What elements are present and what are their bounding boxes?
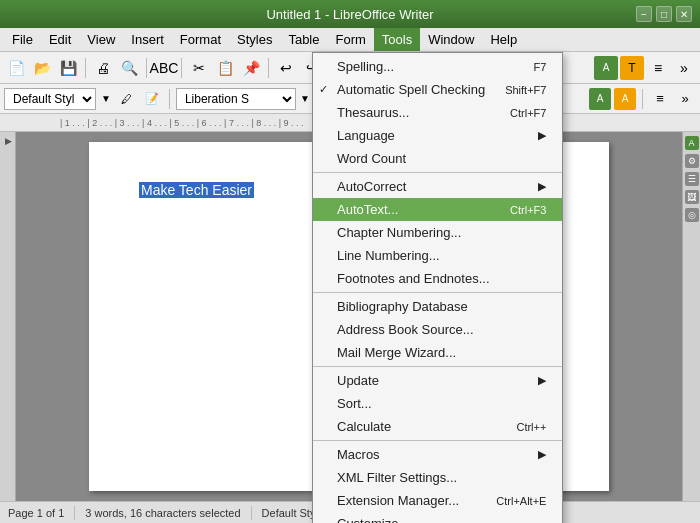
menu-styles[interactable]: Styles: [229, 28, 280, 51]
menu-label-mail-merge: Mail Merge Wizard...: [337, 345, 456, 360]
shortcut-spelling: F7: [534, 61, 547, 73]
save-button[interactable]: 💾: [56, 56, 80, 80]
shortcut-autocorrect: ▶: [538, 180, 546, 193]
open-button[interactable]: 📂: [30, 56, 54, 80]
font-color[interactable]: A: [614, 88, 636, 110]
list-style[interactable]: ≡: [649, 88, 671, 110]
menu-label-update: Update: [337, 373, 379, 388]
list-btn[interactable]: ≡: [646, 56, 670, 80]
style-arrow[interactable]: ▼: [101, 93, 111, 104]
menu-label-auto-spell: Automatic Spell Checking: [337, 82, 485, 97]
menu-item-address-book[interactable]: Address Book Source...: [313, 318, 562, 341]
sidebar-icon5[interactable]: ◎: [685, 208, 699, 222]
menu-file[interactable]: File: [4, 28, 41, 51]
sidebar-icon2[interactable]: ⚙: [685, 154, 699, 168]
more-btn[interactable]: »: [672, 56, 696, 80]
shortcut-calculate: Ctrl++: [516, 421, 546, 433]
menu-item-sort[interactable]: Sort...: [313, 392, 562, 415]
menu-item-footnotes[interactable]: Footnotes and Endnotes...: [313, 267, 562, 290]
shortcut-thesaurus: Ctrl+F7: [510, 107, 546, 119]
status-sep1: [74, 506, 75, 520]
menu-label-extension: Extension Manager...: [337, 493, 459, 508]
sep3: [181, 58, 182, 78]
menu-item-update[interactable]: Update▶: [313, 369, 562, 392]
print-button[interactable]: 🖨: [91, 56, 115, 80]
menu-item-spelling[interactable]: Spelling...F7: [313, 55, 562, 78]
menu-item-customize[interactable]: Customize...: [313, 512, 562, 523]
copy-button[interactable]: 📋: [213, 56, 237, 80]
menu-label-customize: Customize...: [337, 516, 409, 523]
menu-item-xml-filter[interactable]: XML Filter Settings...: [313, 466, 562, 489]
paste-button[interactable]: 📌: [239, 56, 263, 80]
menu-item-thesaurus[interactable]: Thesaurus...Ctrl+F7: [313, 101, 562, 124]
menu-item-line-num[interactable]: Line Numbering...: [313, 244, 562, 267]
menu-item-calculate[interactable]: CalculateCtrl++: [313, 415, 562, 438]
menu-item-word-count[interactable]: Word Count: [313, 147, 562, 170]
menu-label-spelling: Spelling...: [337, 59, 394, 74]
menu-label-sort: Sort...: [337, 396, 372, 411]
menu-item-mail-merge[interactable]: Mail Merge Wizard...: [313, 341, 562, 364]
shortcut-macros: ▶: [538, 448, 546, 461]
shortcut-extension: Ctrl+Alt+E: [496, 495, 546, 507]
color-highlight[interactable]: A: [589, 88, 611, 110]
menu-item-autotext[interactable]: AutoText...Ctrl+F3: [313, 198, 562, 221]
close-button[interactable]: ✕: [676, 6, 692, 22]
left-panel: ▶: [0, 132, 16, 501]
menu-table[interactable]: Table: [280, 28, 327, 51]
color-btn1[interactable]: A: [594, 56, 618, 80]
menu-item-auto-spell[interactable]: ✓Automatic Spell CheckingShift+F7: [313, 78, 562, 101]
menu-item-chapter-num[interactable]: Chapter Numbering...: [313, 221, 562, 244]
menu-window[interactable]: Window: [420, 28, 482, 51]
shortcut-language: ▶: [538, 129, 546, 142]
menu-label-chapter-num: Chapter Numbering...: [337, 225, 461, 240]
menu-item-macros[interactable]: Macros▶: [313, 443, 562, 466]
menu-edit[interactable]: Edit: [41, 28, 79, 51]
sep1: [85, 58, 86, 78]
menu-label-calculate: Calculate: [337, 419, 391, 434]
shortcut-auto-spell: Shift+F7: [505, 84, 546, 96]
page-info: Page 1 of 1: [8, 507, 64, 519]
undo-button[interactable]: ↩: [274, 56, 298, 80]
menu-format[interactable]: Format: [172, 28, 229, 51]
menu-label-autotext: AutoText...: [337, 202, 398, 217]
menu-tools[interactable]: Tools: [374, 28, 420, 51]
menu-label-bibliography: Bibliography Database: [337, 299, 468, 314]
color-btn2[interactable]: T: [620, 56, 644, 80]
menu-label-line-num: Line Numbering...: [337, 248, 440, 263]
style-icon[interactable]: 🖊: [116, 88, 138, 110]
menu-label-address-book: Address Book Source...: [337, 322, 474, 337]
menu-label-footnotes: Footnotes and Endnotes...: [337, 271, 490, 286]
sidebar-icon3[interactable]: ☰: [685, 172, 699, 186]
spell-button[interactable]: ABC: [152, 56, 176, 80]
cut-button[interactable]: ✂: [187, 56, 211, 80]
tools-dropdown: Spelling...F7✓Automatic Spell CheckingSh…: [312, 52, 563, 523]
checkmark-auto-spell: ✓: [319, 83, 328, 96]
menu-item-language[interactable]: Language▶: [313, 124, 562, 147]
print-preview-button[interactable]: 🔍: [117, 56, 141, 80]
menu-view[interactable]: View: [79, 28, 123, 51]
style-select[interactable]: Default Styl: [4, 88, 96, 110]
dd-separator-after-word-count: [313, 172, 562, 173]
sep-fmt1: [169, 89, 170, 109]
menu-item-autocorrect[interactable]: AutoCorrect▶: [313, 175, 562, 198]
shortcut-autotext: Ctrl+F3: [510, 204, 546, 216]
menu-bar: File Edit View Insert Format Styles Tabl…: [0, 28, 700, 52]
font-arrow[interactable]: ▼: [300, 93, 310, 104]
menu-help[interactable]: Help: [482, 28, 525, 51]
minimize-button[interactable]: −: [636, 6, 652, 22]
menu-item-bibliography[interactable]: Bibliography Database: [313, 295, 562, 318]
new-button[interactable]: 📄: [4, 56, 28, 80]
menu-insert[interactable]: Insert: [123, 28, 172, 51]
menu-item-extension[interactable]: Extension Manager...Ctrl+Alt+E: [313, 489, 562, 512]
sidebar-icon1[interactable]: A: [685, 136, 699, 150]
maximize-button[interactable]: □: [656, 6, 672, 22]
style-icon2[interactable]: 📝: [141, 88, 163, 110]
more-fmt[interactable]: »: [674, 88, 696, 110]
sidebar-icon4[interactable]: 🖼: [685, 190, 699, 204]
left-icon: ▶: [3, 136, 13, 146]
status-sep2: [251, 506, 252, 520]
title-bar: Untitled 1 - LibreOffice Writer − □ ✕: [0, 0, 700, 28]
font-select[interactable]: Liberation S: [176, 88, 296, 110]
sep2: [146, 58, 147, 78]
menu-form[interactable]: Form: [327, 28, 373, 51]
